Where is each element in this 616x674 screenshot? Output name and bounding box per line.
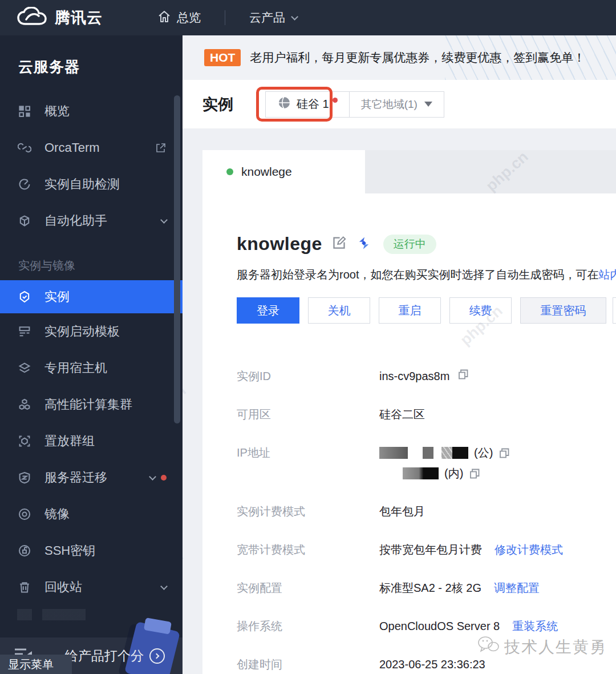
layers-icon: [17, 361, 32, 376]
sidebar: 云服务器 概览 OrcaTerm 实例自助检测 自动化助手 实例与镜像: [0, 35, 183, 674]
bandwidth-billing-value: 按带宽包年包月计费: [379, 542, 482, 558]
external-link-icon: [155, 142, 167, 154]
gauge-icon: [17, 177, 32, 192]
created-time-value: 2023-06-25 23:36:23: [379, 656, 485, 672]
adjust-configuration-link[interactable]: 调整配置: [494, 580, 540, 596]
detail-label: 实例配置: [237, 580, 379, 596]
sidebar-item-orcaterm[interactable]: OrcaTerm: [0, 130, 183, 166]
os-value: OpenCloudOS Server 8: [379, 618, 500, 634]
page-title: 实例: [202, 94, 233, 115]
private-ip-suffix: (内): [444, 465, 463, 481]
redacted-ip-block: [441, 447, 468, 459]
redacted-ip-block: [403, 467, 439, 479]
configuration-value: 标准型SA2 - 2核 2G: [379, 580, 481, 596]
tab-instance-knowlege[interactable]: knowlege: [202, 150, 365, 193]
running-status-dot: [226, 168, 233, 175]
chevron-down-icon: [160, 216, 168, 224]
mail-link[interactable]: 站内: [598, 268, 616, 281]
region-other-dropdown[interactable]: 其它地域(1): [349, 92, 444, 117]
status-badge: 运行中: [383, 235, 436, 254]
triangle-down-icon: [424, 102, 432, 107]
sidebar-item-clipped: [17, 609, 103, 620]
robot-cube-icon: [17, 213, 32, 228]
copy-icon[interactable]: [457, 368, 469, 380]
banner-text: 老用户福利，每月更新专属优惠券，续费更优惠，签到赢免单！: [250, 50, 585, 66]
sidebar-item-label: 概览: [44, 103, 167, 120]
detail-row-zone: 可用区 硅谷二区: [237, 406, 616, 422]
detail-row-ip: IP地址 (公): [237, 445, 616, 481]
detail-row-bandwidth-billing: 宽带计费模式 按带宽包年包月计费 修改计费模式: [237, 542, 616, 558]
tencent-cloud-console: 腾讯云 总览 云产品 云服务器 概览 OrcaTerm: [0, 0, 616, 674]
sidebar-item-images[interactable]: 镜像: [0, 496, 183, 532]
brand[interactable]: 腾讯云: [17, 7, 103, 29]
instance-description: 服务器初始登录名为root，如您在购买实例时选择了自动生成密码，可在站内: [237, 267, 616, 282]
chevron-down-icon: [291, 13, 298, 21]
description-text: 服务器初始登录名为root，如您在购买实例时选择了自动生成密码，可在: [237, 268, 598, 281]
migration-shield-icon: [17, 470, 32, 485]
sidebar-item-hpc-cluster[interactable]: 高性能计算集群: [0, 386, 183, 423]
redacted-ip-block: [379, 447, 408, 459]
detail-label: IP地址: [237, 445, 379, 481]
nav-overview[interactable]: 总览: [157, 10, 201, 26]
detail-label: 宽带计费模式: [237, 542, 379, 558]
sidebar-item-label: 实例自助检测: [44, 176, 167, 193]
detail-row-configuration: 实例配置 标准型SA2 - 2核 2G 调整配置: [237, 580, 616, 596]
sidebar-item-label: OrcaTerm: [44, 140, 155, 155]
rate-product[interactable]: 给产品打个分: [65, 647, 165, 665]
detail-row-os: 操作系统 OpenCloudOS Server 8 重装系统: [237, 618, 616, 634]
sidebar-item-overview[interactable]: 概览: [0, 93, 183, 130]
modify-billing-link[interactable]: 修改计费模式: [495, 542, 563, 558]
edit-icon[interactable]: [331, 235, 347, 253]
promo-banner[interactable]: HOT 老用户福利，每月更新专属优惠券，续费更优惠，签到赢免单！: [183, 35, 616, 80]
reset-password-button[interactable]: 重置密码: [520, 297, 606, 324]
trash-icon: [17, 580, 32, 595]
sidebar-item-label: 高性能计算集群: [44, 396, 167, 413]
red-annotation-box: [256, 87, 333, 122]
details-list: 实例ID ins-cv9pas8m 可用区 硅谷二区 IP地址: [237, 368, 616, 672]
sidebar-item-label: 专用宿主机: [44, 360, 167, 377]
more-button-clipped[interactable]: [613, 297, 616, 324]
login-button[interactable]: 登录: [237, 297, 299, 324]
billing-mode-value: 包年包月: [379, 503, 425, 519]
sidebar-item-launch-template[interactable]: 实例启动模板: [0, 313, 183, 350]
sidebar-item-self-check[interactable]: 实例自助检测: [0, 166, 183, 203]
image-disc-icon: [17, 507, 32, 522]
sidebar-item-instances[interactable]: 实例: [0, 280, 183, 313]
sidebar-item-automation[interactable]: 自动化助手: [0, 203, 183, 239]
sidebar-menu: 概览 OrcaTerm 实例自助检测 自动化助手 实例与镜像 实例: [0, 93, 183, 620]
copy-icon[interactable]: [469, 467, 480, 479]
restart-button[interactable]: 重启: [379, 297, 441, 324]
rate-product-label: 给产品打个分: [65, 647, 144, 665]
instance-detail-card: knowlege 运行中 服务器初始登录名为root，如您在购买实例时选择了自动…: [202, 193, 616, 674]
page-header: 实例 硅谷 1 其它地域(1): [183, 80, 616, 128]
action-buttons: 登录 关机 重启 续费 重置密码: [237, 297, 616, 324]
sidebar-item-ssh-keys[interactable]: SSH密钥: [0, 532, 183, 569]
sidebar-item-label: 置放群组: [44, 433, 167, 450]
sidebar-item-label: SSH密钥: [44, 542, 167, 559]
nav-products[interactable]: 云产品: [249, 10, 296, 26]
sidebar-item-label: 回收站: [44, 579, 161, 596]
shutdown-button[interactable]: 关机: [308, 297, 370, 324]
sidebar-item-label: 镜像: [44, 506, 167, 523]
sidebar-item-dedicated-host[interactable]: 专用宿主机: [0, 350, 183, 386]
hot-badge: HOT: [204, 49, 241, 66]
top-navbar: 腾讯云 总览 云产品: [0, 0, 616, 35]
sidebar-item-label: 自动化助手: [44, 212, 161, 229]
spark-icon[interactable]: [356, 235, 372, 253]
home-icon: [157, 10, 171, 26]
tencent-cloud-logo-icon: [17, 7, 47, 29]
sidebar-item-server-migration[interactable]: 服务器迁移: [0, 459, 183, 496]
tabstrip-background: [365, 150, 616, 193]
sidebar-scrollbar[interactable]: [174, 95, 180, 423]
main-area: HOT 老用户福利，每月更新专属优惠券，续费更优惠，签到赢免单！ 实例 硅谷 1…: [183, 35, 616, 674]
detail-label: 实例计费模式: [237, 503, 379, 519]
public-ip-line: (公): [379, 445, 510, 461]
detail-row-billing-mode: 实例计费模式 包年包月: [237, 503, 616, 519]
reinstall-os-link[interactable]: 重装系统: [512, 618, 558, 634]
sidebar-item-recycle-bin[interactable]: 回收站: [0, 569, 183, 606]
link-icon: [17, 140, 32, 155]
copy-icon[interactable]: [499, 447, 510, 458]
renew-button[interactable]: 续费: [449, 297, 512, 324]
sidebar-item-placement-group[interactable]: 置放群组: [0, 423, 183, 459]
sidebar-item-label: 实例启动模板: [44, 323, 167, 340]
